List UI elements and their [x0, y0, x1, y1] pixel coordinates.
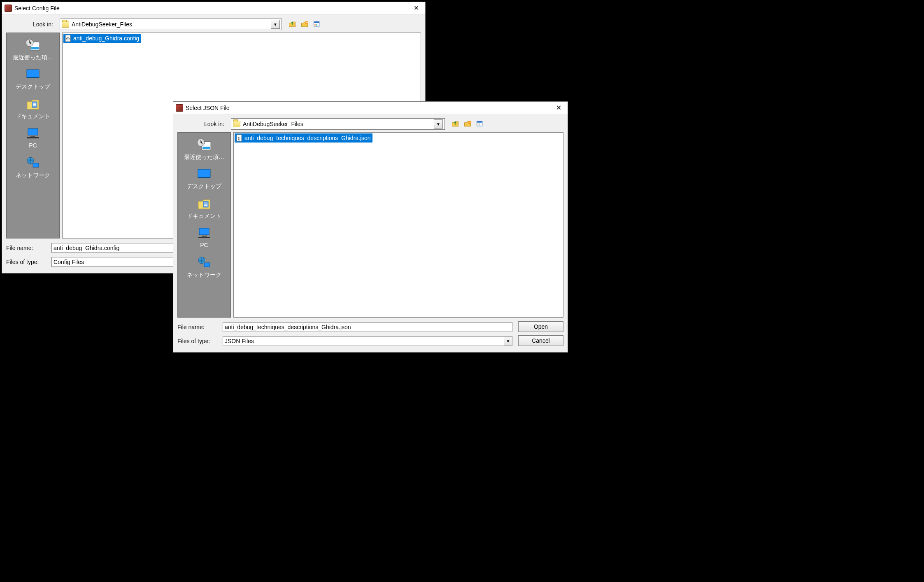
nav-icons: ★: [288, 20, 321, 29]
cancel-button[interactable]: Cancel: [518, 335, 563, 346]
sidebar-item-label: ネットワーク: [187, 272, 221, 278]
svg-rect-11: [27, 70, 39, 78]
sidebar-item-label: デスクトップ: [187, 183, 221, 189]
file-name: anti_debug_Ghidra.config: [73, 35, 139, 42]
places-sidebar: 最近使った項… デスクトップ ドキュメント PC: [177, 132, 231, 318]
sidebar-item-network[interactable]: ネットワーク: [179, 252, 230, 281]
chevron-down-icon[interactable]: ▼: [271, 20, 280, 29]
nav-icons: ★: [451, 119, 484, 129]
sidebar-item-label: ドキュメント: [187, 213, 221, 219]
folder-dropdown[interactable]: AntiDebugSeeker_Files ▼: [60, 19, 282, 30]
sidebar-item-label: 最近使った項…: [184, 154, 224, 160]
svg-rect-16: [33, 105, 36, 106]
sidebar-item-documents[interactable]: ドキュメント: [179, 193, 230, 222]
svg-text:{}: {}: [238, 136, 240, 140]
pc-icon: [196, 226, 212, 241]
filetype-value: JSON Files: [225, 338, 254, 344]
svg-rect-41: [204, 205, 207, 206]
up-one-level-icon[interactable]: [451, 119, 460, 129]
recent-icon: [25, 38, 41, 53]
window-title: Select JSON File: [186, 105, 550, 111]
svg-text:★: ★: [469, 121, 471, 124]
desktop-icon: [196, 167, 212, 182]
lookin-label: Look in:: [178, 121, 228, 127]
titlebar: Select Config File ✕: [2, 2, 425, 14]
recent-icon: [196, 138, 212, 152]
sidebar-item-pc[interactable]: PC: [179, 222, 230, 252]
sidebar-item-label: PC: [29, 143, 37, 149]
lookin-row: Look in: AntiDebugSeeker_Files ▼ ★: [2, 14, 425, 33]
svg-rect-19: [27, 137, 39, 138]
config-file-icon: [64, 35, 72, 42]
svg-rect-36: [198, 169, 210, 178]
filetype-value: Config Files: [54, 259, 84, 265]
svg-text:★: ★: [306, 21, 308, 24]
svg-rect-46: [204, 263, 210, 267]
svg-rect-14: [33, 103, 36, 104]
filename-input[interactable]: [223, 322, 512, 332]
close-button[interactable]: ✕: [550, 102, 567, 114]
svg-rect-4: [314, 24, 316, 25]
sidebar-item-documents[interactable]: ドキュメント: [7, 93, 58, 123]
documents-icon: [196, 196, 212, 211]
close-button[interactable]: ✕: [408, 2, 424, 14]
svg-rect-28: [477, 121, 482, 122]
open-button[interactable]: Open: [518, 321, 563, 332]
folder-dropdown[interactable]: AntiDebugSeeker_Files ▼: [231, 118, 445, 130]
svg-rect-44: [198, 237, 210, 238]
svg-rect-30: [479, 124, 480, 124]
body: 最近使った項… デスクトップ ドキュメント PC: [173, 132, 568, 318]
sidebar-item-recent[interactable]: 最近使った項…: [179, 134, 230, 164]
folder-icon: [62, 21, 69, 28]
folder-icon: [233, 121, 240, 127]
chevron-down-icon[interactable]: ▼: [504, 337, 512, 346]
chevron-down-icon[interactable]: ▼: [434, 119, 443, 129]
filetype-label: Files of type:: [6, 259, 47, 265]
file-list[interactable]: {} anti_debug_techniques_descriptions_Gh…: [233, 132, 563, 318]
up-one-level-icon[interactable]: [288, 20, 297, 29]
sidebar-item-network[interactable]: ネットワーク: [7, 152, 58, 182]
action-buttons: Open Cancel: [518, 320, 563, 346]
network-icon: [25, 156, 41, 171]
svg-point-24: [67, 38, 68, 39]
filename-label: File name:: [177, 324, 219, 330]
svg-rect-40: [204, 204, 207, 205]
view-menu-icon[interactable]: [312, 20, 321, 29]
file-item[interactable]: {} anti_debug_techniques_descriptions_Gh…: [235, 133, 372, 143]
sidebar-item-desktop[interactable]: デスクトップ: [7, 64, 58, 93]
svg-rect-3: [314, 21, 319, 23]
svg-rect-7: [316, 25, 317, 26]
sidebar-item-recent[interactable]: 最近使った項…: [7, 35, 58, 64]
new-folder-icon[interactable]: ★: [300, 20, 309, 29]
lookin-label: Look in:: [7, 21, 56, 28]
new-folder-icon[interactable]: ★: [463, 119, 472, 129]
places-sidebar: 最近使った項… デスクトップ ドキュメント PC: [6, 33, 60, 238]
current-folder-name: AntiDebugSeeker_Files: [72, 21, 132, 28]
sidebar-item-pc[interactable]: PC: [7, 123, 58, 152]
sidebar-item-label: 最近使った項…: [13, 54, 53, 61]
svg-rect-42: [199, 228, 209, 235]
svg-rect-9: [31, 47, 39, 49]
svg-rect-31: [477, 125, 479, 126]
svg-rect-34: [202, 147, 210, 149]
sidebar-item-desktop[interactable]: デスクトップ: [179, 164, 230, 193]
filename-label: File name:: [6, 245, 47, 251]
titlebar: Select JSON File ✕: [173, 102, 568, 114]
filetype-dropdown[interactable]: JSON Files ▼: [223, 336, 512, 346]
svg-rect-17: [28, 129, 38, 135]
view-menu-icon[interactable]: [475, 119, 484, 129]
current-folder-name: AntiDebugSeeker_Files: [243, 121, 303, 127]
network-icon: [196, 255, 212, 270]
lookin-row: Look in: AntiDebugSeeker_Files ▼ ★: [173, 114, 568, 132]
svg-rect-15: [33, 104, 36, 105]
svg-rect-32: [479, 125, 480, 126]
sidebar-item-label: ネットワーク: [16, 172, 50, 178]
file-name: anti_debug_techniques_descriptions_Ghidr…: [244, 135, 371, 141]
dialog-select-json: Select JSON File ✕ Look in: AntiDebugSee…: [173, 101, 568, 353]
svg-rect-43: [202, 236, 207, 237]
json-file-icon: {}: [235, 134, 243, 142]
filetype-label: Files of type:: [177, 338, 219, 344]
svg-rect-39: [204, 203, 207, 203]
svg-rect-37: [198, 177, 210, 178]
file-item[interactable]: anti_debug_Ghidra.config: [63, 34, 141, 43]
